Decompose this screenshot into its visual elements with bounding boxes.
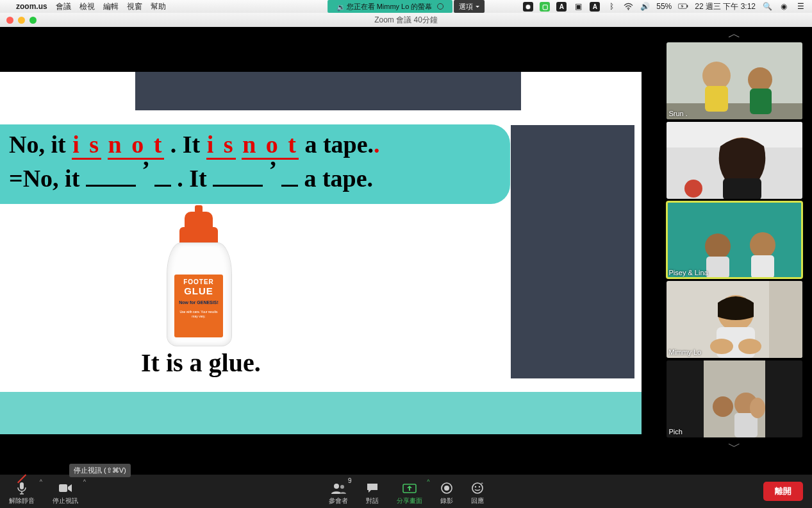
svg-rect-8 <box>750 89 772 114</box>
chevron-up-icon[interactable]: ^ <box>83 478 86 485</box>
participants-count: 9 <box>348 477 352 484</box>
svg-text:+: + <box>481 482 483 486</box>
participant-name: Pich <box>669 428 683 436</box>
share-icon <box>402 481 417 495</box>
camera-tray-icon[interactable]: ⏺ <box>523 2 533 12</box>
svg-point-40 <box>478 486 479 487</box>
participant-tile[interactable]: Srun . <box>667 42 802 119</box>
text: a tape. <box>304 165 373 192</box>
svg-rect-20 <box>769 281 802 358</box>
participant-tile[interactable]: Mimmy Lo <box>667 281 802 358</box>
menu-view[interactable]: 檢視 <box>79 1 95 12</box>
notification-center-icon[interactable]: ☰ <box>795 1 806 12</box>
leave-button[interactable]: 離開 <box>763 482 803 501</box>
slide-footer-strip <box>0 392 642 434</box>
speaker-icon: 🔉 <box>336 3 343 10</box>
participant-tile[interactable]: Pich <box>667 360 802 437</box>
blank <box>86 160 136 187</box>
battery-icon[interactable] <box>678 1 688 12</box>
volume-icon[interactable]: 🔊 <box>640 1 650 12</box>
svg-point-13 <box>684 180 702 198</box>
reactions-label: 回應 <box>471 496 484 505</box>
window-titlebar: Zoom 會議 40分鐘 <box>0 13 812 27</box>
menu-edit[interactable]: 編輯 <box>103 1 119 12</box>
tray-icon-a[interactable]: A <box>556 2 567 12</box>
menu-meeting[interactable]: 會議 <box>56 1 71 12</box>
tray-icon-a2[interactable]: A <box>590 2 600 12</box>
chevron-up-icon[interactable]: ^ <box>40 478 42 485</box>
share-banner-text: 您正在看 Mimmy Lo 的螢幕 <box>347 2 433 12</box>
close-icon[interactable] <box>6 17 13 24</box>
share-label: 分享畫面 <box>397 496 422 505</box>
reactions-button[interactable]: + 回應 <box>462 475 493 508</box>
participants-icon <box>331 481 346 495</box>
gallery-scroll-down[interactable]: ﹀ <box>663 440 806 453</box>
svg-point-23 <box>710 339 733 354</box>
svg-point-5 <box>702 62 731 90</box>
fullscreen-icon[interactable] <box>29 17 37 24</box>
participant-tile-active[interactable]: Pisey & Lina <box>667 201 802 278</box>
unmute-button[interactable]: 解除靜音 ^ <box>0 475 44 508</box>
svg-point-15 <box>705 233 731 259</box>
battery-text: 55% <box>656 2 672 11</box>
share-options-button[interactable]: 選項 <box>454 0 485 13</box>
wifi-icon[interactable] <box>623 1 633 12</box>
stop-video-label: 停止視訊 <box>53 496 78 505</box>
svg-rect-18 <box>751 255 774 278</box>
record-label: 錄影 <box>440 496 453 505</box>
svg-point-34 <box>340 485 344 489</box>
chat-button[interactable]: 對話 <box>357 475 388 508</box>
tray-icon-square[interactable]: ▣ <box>573 1 583 12</box>
sentence-banner: No, it i s n o t . It i s n o t a tape..… <box>0 124 510 204</box>
blank <box>213 160 263 187</box>
sentence-line-2: =No, it ’ . It ’ a tape. <box>9 160 501 194</box>
screen-share-banner[interactable]: 🔉 您正在看 Mimmy Lo 的螢幕 <box>327 0 453 13</box>
participant-tile[interactable] <box>667 122 802 199</box>
glue-label-now: Now for GENESIS! <box>177 300 220 305</box>
bluetooth-icon[interactable]: ᛒ <box>606 1 617 12</box>
app-menu[interactable]: zoom.us <box>16 2 47 11</box>
gallery-scroll-up[interactable]: ︿ <box>663 27 806 40</box>
menu-help[interactable]: 幫助 <box>151 1 166 12</box>
line-tray-icon[interactable]: ▢ <box>540 2 550 12</box>
glue-label-main: GLUE <box>177 285 220 296</box>
sentence-line-1: No, it i s n o t . It i s n o t a tape.. <box>9 130 501 160</box>
slide-dark-block-top <box>135 72 521 110</box>
traffic-lights[interactable] <box>0 17 37 24</box>
participant-name: Srun . <box>669 110 688 117</box>
mic-muted-icon <box>16 481 28 495</box>
meeting-content: No, it i s n o t . It i s n o t a tape..… <box>0 27 812 475</box>
participants-button[interactable]: 9 參會者 <box>320 475 357 508</box>
blank <box>281 160 298 187</box>
svg-point-39 <box>474 486 476 487</box>
svg-rect-6 <box>705 86 728 112</box>
stop-video-button[interactable]: 停止視訊 ^ <box>44 475 87 508</box>
window-title-text: Zoom 會議 40分鐘 <box>374 15 438 26</box>
reactions-icon: + <box>472 481 483 495</box>
chevron-up-icon[interactable]: ^ <box>427 478 429 485</box>
meeting-toolbar: 停止視訊 (⇧⌘V) 解除靜音 ^ 停止視訊 ^ 9 參會者 <box>0 475 812 508</box>
svg-rect-32 <box>59 484 67 492</box>
svg-point-17 <box>750 232 775 258</box>
minimize-icon[interactable] <box>18 17 25 24</box>
record-button[interactable]: 錄影 <box>431 475 462 508</box>
text: . It <box>177 165 213 192</box>
spotlight-icon[interactable]: 🔍 <box>762 1 772 12</box>
participants-label: 參會者 <box>329 496 348 505</box>
fill-is: i s <box>72 131 101 160</box>
presentation-slide: No, it i s n o t . It i s n o t a tape..… <box>0 72 642 434</box>
share-screen-button[interactable]: 分享畫面 ^ <box>388 475 431 508</box>
text: =No, it <box>9 165 86 192</box>
svg-rect-14 <box>667 201 802 278</box>
svg-rect-12 <box>723 178 761 199</box>
svg-point-33 <box>334 484 339 489</box>
slide-caption: It is a glue. <box>141 348 261 378</box>
blank <box>154 160 171 187</box>
video-icon <box>58 481 72 495</box>
participant-name: Pisey & Lina <box>669 269 708 276</box>
menu-window[interactable]: 視窗 <box>127 1 142 12</box>
text: No, it <box>9 131 72 158</box>
chat-label: 對話 <box>366 496 379 505</box>
svg-rect-31 <box>20 482 24 489</box>
siri-icon[interactable]: ◉ <box>779 1 789 12</box>
